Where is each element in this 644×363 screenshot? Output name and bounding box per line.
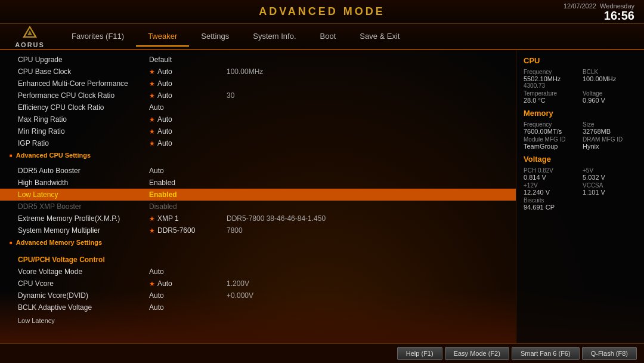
- info-temperature-value: 28.0 °C: [524, 97, 578, 104]
- datetime-display: 12/07/2022 Wednesday 16:56: [564, 2, 634, 21]
- setting-low-latency[interactable]: Low Latency Enabled: [0, 189, 516, 201]
- info-voltage-grid: PCH 0.82V 0.814 V +5V 5.032 V +12V 12.24…: [524, 167, 637, 211]
- tab-tweaker[interactable]: Tweaker: [136, 27, 189, 47]
- easy-mode-button[interactable]: Easy Mode (F2): [445, 347, 509, 360]
- tab-saveexit[interactable]: Save & Exit: [348, 27, 411, 47]
- info-mem-size-label: Size: [583, 121, 637, 128]
- logo-area: AORUS: [0, 22, 60, 51]
- info-memory-title: Memory: [524, 109, 637, 118]
- info-vccsa-value: 1.101 V: [583, 189, 637, 196]
- setting-bclk-adaptive[interactable]: BCLK Adaptive Voltage Auto: [0, 302, 516, 313]
- setting-cpu-vcore[interactable]: CPU Vcore ★ Auto 1.200V: [0, 278, 516, 290]
- setting-ddr5-auto-booster[interactable]: DDR5 Auto Booster Auto: [0, 165, 516, 177]
- info-panel: CPU Frequency 5502.10MHz 4300.73 BCLK 10…: [516, 50, 644, 343]
- setting-max-ring-ratio[interactable]: Max Ring Ratio ★ Auto: [0, 113, 516, 125]
- setting-min-ring-ratio[interactable]: Min Ring Ratio ★ Auto: [0, 125, 516, 137]
- setting-cpu-base-clock[interactable]: CPU Base Clock ★ Auto 100.00MHz: [0, 66, 516, 78]
- header-bar: ADVANCED MODE 12/07/2022 Wednesday 16:56: [0, 0, 644, 24]
- qflash-button[interactable]: Q-Flash (F8): [582, 347, 637, 360]
- setting-ddr5-xmp-booster[interactable]: DDR5 XMP Booster Disabled: [0, 201, 516, 213]
- setting-efficiency-cpu-clock[interactable]: Efficiency CPU Clock Ratio Auto: [0, 101, 516, 113]
- info-memory-grid: Frequency 7600.00MT/s Size 32768MB Modul…: [524, 121, 637, 150]
- section-advanced-memory: Advanced Memory Settings: [0, 236, 516, 247]
- info-module-label: Module MFG ID: [524, 136, 578, 143]
- setting-igp-ratio[interactable]: IGP Ratio ★ Auto: [0, 137, 516, 149]
- setting-dynamic-vcore[interactable]: Dynamic Vcore(DVID) Auto +0.000V: [0, 290, 516, 302]
- navigation-bar: AORUS Favorites (F11) Tweaker Settings S…: [0, 24, 644, 50]
- info-12v-label: +12V: [524, 182, 578, 189]
- aorus-logo-icon: [21, 24, 38, 41]
- time-display: 16:56: [564, 10, 634, 21]
- spacer2: [0, 247, 516, 252]
- info-pch-label: PCH 0.82V: [524, 167, 578, 174]
- tab-systeminfo[interactable]: System Info.: [241, 27, 308, 47]
- tab-settings[interactable]: Settings: [189, 27, 241, 47]
- info-mem-freq-label: Frequency: [524, 121, 578, 128]
- section-voltage-control: CPU/PCH Voltage Control: [0, 252, 516, 266]
- info-module-value: TeamGroup: [524, 143, 578, 150]
- info-temperature-label: Temperature: [524, 90, 578, 97]
- status-label: Low Latency: [0, 313, 516, 325]
- info-frequency-value: 5502.10MHz: [524, 75, 578, 82]
- nav-tabs: Favorites (F11) Tweaker Settings System …: [60, 27, 644, 47]
- main-content: CPU Upgrade Default CPU Base Clock ★ Aut…: [0, 50, 644, 343]
- setting-high-bandwidth[interactable]: High Bandwidth Enabled: [0, 177, 516, 189]
- info-frequency-label: Frequency: [524, 69, 578, 75]
- info-5v-value: 5.032 V: [583, 174, 637, 181]
- mode-title: ADVANCED MODE: [259, 5, 385, 18]
- brand-name: AORUS: [15, 41, 45, 48]
- spacer1: [0, 160, 516, 165]
- info-12v-value: 12.240 V: [524, 189, 578, 196]
- info-freq-sub: 4300.73: [524, 82, 578, 89]
- info-bclk-label: BCLK: [583, 69, 637, 75]
- info-pch-value: 0.814 V: [524, 174, 578, 181]
- info-cpu-grid: Frequency 5502.10MHz 4300.73 BCLK 100.00…: [524, 69, 637, 104]
- tab-favorites[interactable]: Favorites (F11): [60, 27, 136, 47]
- setting-vcore-voltage-mode[interactable]: Vcore Voltage Mode Auto: [0, 266, 516, 278]
- help-button[interactable]: Help (F1): [397, 347, 442, 360]
- setting-perf-cpu-clock[interactable]: Performance CPU Clock Ratio ★ Auto 30: [0, 90, 516, 101]
- tab-boot[interactable]: Boot: [308, 27, 348, 47]
- setting-enhanced-multicore[interactable]: Enhanced Multi-Core Performance ★ Auto: [0, 78, 516, 90]
- info-cpu-title: CPU: [524, 56, 637, 65]
- section-advanced-cpu: Advanced CPU Settings: [0, 149, 516, 160]
- smart-fan-button[interactable]: Smart Fan 6 (F6): [512, 347, 580, 360]
- info-cpu-voltage-value: 0.960 V: [583, 97, 637, 104]
- info-mem-freq-value: 7600.00MT/s: [524, 128, 578, 135]
- info-bclk-value: 100.00MHz: [583, 75, 637, 82]
- info-5v-label: +5V: [583, 167, 637, 174]
- setting-cpu-upgrade[interactable]: CPU Upgrade Default: [0, 54, 516, 66]
- bottom-bar: Help (F1) Easy Mode (F2) Smart Fan 6 (F6…: [0, 343, 644, 363]
- info-vccsa-label: VCCSA: [583, 182, 637, 189]
- settings-panel: CPU Upgrade Default CPU Base Clock ★ Aut…: [0, 50, 516, 343]
- info-voltage-title: Voltage: [524, 155, 637, 164]
- info-biscuits-label: Biscuits: [524, 197, 578, 204]
- info-dram-label: DRAM MFG ID: [583, 136, 637, 143]
- info-dram-value: Hynix: [583, 143, 637, 150]
- info-cpu-voltage-label: Voltage: [583, 90, 637, 97]
- info-biscuits-value: 94.691 CP: [524, 204, 578, 211]
- setting-xmp-profile[interactable]: Extreme Memory Profile(X.M.P.) ★ XMP 1 D…: [0, 213, 516, 224]
- setting-memory-multiplier[interactable]: System Memory Multiplier ★ DDR5-7600 780…: [0, 224, 516, 236]
- info-mem-size-value: 32768MB: [583, 128, 637, 135]
